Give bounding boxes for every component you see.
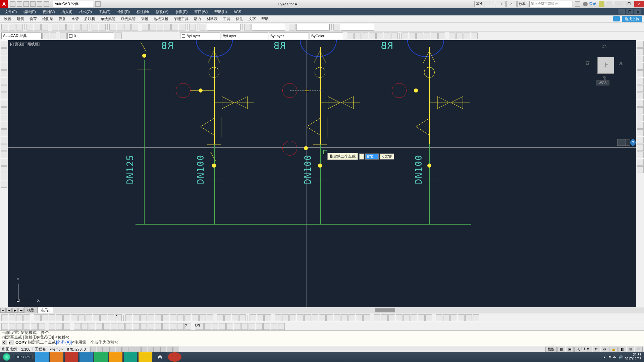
open-icon[interactable] <box>9 24 15 31</box>
properties-icon[interactable] <box>142 24 149 31</box>
fillet-icon[interactable] <box>637 144 644 151</box>
dyn-toggle-icon[interactable] <box>359 154 364 160</box>
bt1-icon[interactable] <box>108 314 114 321</box>
block-icon[interactable] <box>1 129 7 136</box>
bt1-icon[interactable] <box>217 314 224 321</box>
viewcube-north[interactable]: 北 <box>602 44 606 49</box>
tpy-toggle[interactable] <box>154 347 160 352</box>
line-icon[interactable] <box>1 41 7 48</box>
zoom-window-icon[interactable] <box>124 24 131 31</box>
toolpalette-icon[interactable] <box>157 24 163 31</box>
bt1-icon[interactable] <box>473 314 479 321</box>
insert-icon[interactable] <box>1 122 7 129</box>
cut-icon[interactable] <box>52 24 58 31</box>
bt2-icon[interactable] <box>234 323 240 330</box>
tb2-q[interactable] <box>471 33 478 39</box>
pmenu-annotate[interactable]: 标注 <box>233 16 246 21</box>
workspace-gear-icon[interactable] <box>50 33 56 39</box>
lwt-toggle[interactable] <box>148 347 154 352</box>
qat-print-icon[interactable] <box>30 1 36 7</box>
dyn-angle-field[interactable]: < 276° <box>380 154 394 160</box>
copy-obj-icon[interactable] <box>637 48 644 55</box>
bt1-icon[interactable] <box>425 314 432 321</box>
zoom-prev-icon[interactable] <box>131 24 138 31</box>
pmenu-material[interactable]: 材料表 <box>204 16 220 21</box>
bt1-icon[interactable] <box>418 314 425 321</box>
pmenu-double-duct[interactable]: 双线风管 <box>118 16 138 21</box>
bt1-icon[interactable] <box>381 314 388 321</box>
bt1-icon[interactable] <box>192 314 199 321</box>
right-help-icon[interactable]: ? <box>630 139 636 146</box>
pmenu-water[interactable]: 水管 <box>69 16 82 21</box>
title-tab-5[interactable]: 效率 <box>517 1 527 7</box>
taskbar-explorer-icon[interactable] <box>139 352 152 362</box>
pan-icon[interactable] <box>109 24 116 31</box>
scrollbar-thumb[interactable] <box>375 308 395 312</box>
menu-draw[interactable]: 绘图(D) <box>114 9 133 14</box>
textstyle-dropdown[interactable] <box>207 24 240 31</box>
right-help-widget[interactable]: ? <box>617 139 636 146</box>
pmenu-single-duct[interactable]: 单线风管 <box>98 16 118 21</box>
mleaderstyle-icon[interactable] <box>333 24 340 31</box>
drawing-canvas[interactable]: [-][俯视][二维线框] 北 南 西 东 上 WCS ? X Y <box>8 40 636 307</box>
move-icon[interactable] <box>637 78 644 84</box>
spline-icon[interactable] <box>1 100 7 107</box>
menu-acs[interactable]: ACS <box>230 10 245 14</box>
bt1-icon[interactable] <box>16 314 23 321</box>
paste-icon[interactable] <box>66 24 73 31</box>
bt2-icon[interactable] <box>249 323 255 330</box>
status-iso-icon[interactable]: ⊞ <box>627 347 634 352</box>
tab-prev-icon[interactable]: ◀ <box>6 308 12 313</box>
bt2-icon[interactable] <box>89 323 95 330</box>
color-dropdown[interactable]: ByLayer <box>180 33 220 39</box>
pmenu-tools[interactable]: 工具 <box>220 16 233 21</box>
menu-edit[interactable]: 编辑(E) <box>20 9 39 14</box>
taskbar-autocad-icon[interactable] <box>65 352 78 362</box>
taskbar-app-icon[interactable] <box>35 352 49 362</box>
tb2-k[interactable] <box>424 33 430 39</box>
pmenu-building[interactable]: 建筑 <box>14 16 27 21</box>
upload-button[interactable]: 拖拽上传 <box>622 16 642 22</box>
tb2-c[interactable] <box>362 33 368 39</box>
tb2-h[interactable] <box>401 33 408 39</box>
bt1-icon[interactable] <box>348 314 355 321</box>
title-extra-icon[interactable] <box>599 1 604 7</box>
blockedit-icon[interactable] <box>81 24 88 31</box>
undo-icon[interactable] <box>92 24 98 31</box>
bt2-icon[interactable] <box>162 323 169 330</box>
trim-icon[interactable] <box>637 107 644 114</box>
login-link[interactable]: 登录 <box>589 1 596 6</box>
tray-flag-icon[interactable]: ⚑ <box>608 355 611 359</box>
bt2-icon[interactable] <box>31 323 38 330</box>
rectangle-icon[interactable] <box>1 70 7 77</box>
menu-help[interactable]: 帮助(H) <box>211 9 230 14</box>
bt1-icon[interactable] <box>458 314 465 321</box>
layer-states-icon[interactable] <box>115 33 122 39</box>
bt1-icon[interactable] <box>326 314 333 321</box>
taskbar-record-icon[interactable] <box>168 352 181 362</box>
tablestyle-dropdown[interactable] <box>296 24 330 31</box>
status-qview-icon[interactable]: ▣ <box>566 347 574 352</box>
calc-icon[interactable] <box>179 24 185 31</box>
qat-open-icon[interactable] <box>17 1 22 7</box>
status-model-button[interactable]: 模型 <box>545 347 557 352</box>
designcenter-icon[interactable] <box>149 24 156 31</box>
bt2-icon[interactable] <box>241 323 248 330</box>
tray-network-icon[interactable]: 🖧 <box>613 355 616 359</box>
cmd-input-row[interactable]: ✕ ▸ COPY 指定第二个点或 [阵列(A)] <使用第一个点作为位移>: <box>2 340 642 345</box>
pmenu-load[interactable]: 负荷 <box>27 16 40 21</box>
pmenu-text[interactable]: 文字 <box>246 16 259 21</box>
bt1-icon[interactable] <box>257 314 264 321</box>
status-annosync-icon[interactable]: ⟳ <box>593 347 600 352</box>
doc-maximize-button[interactable]: ❐ <box>626 9 633 14</box>
bt2-icon[interactable] <box>256 323 263 330</box>
tray-clock[interactable]: 21:37 2017/11/28 <box>625 353 641 361</box>
workspace-select[interactable]: AutoCAD 经典 <box>1 33 42 39</box>
menu-view[interactable]: 视图(V) <box>39 9 58 14</box>
bt1-icon[interactable] <box>224 314 231 321</box>
menu-file[interactable]: 文件(F) <box>1 9 20 14</box>
doc-minimize-button[interactable]: — <box>618 9 625 14</box>
plotstyle-dropdown[interactable]: ByColor <box>310 33 343 39</box>
mirror-icon[interactable] <box>637 56 644 62</box>
table-icon[interactable] <box>1 166 7 173</box>
